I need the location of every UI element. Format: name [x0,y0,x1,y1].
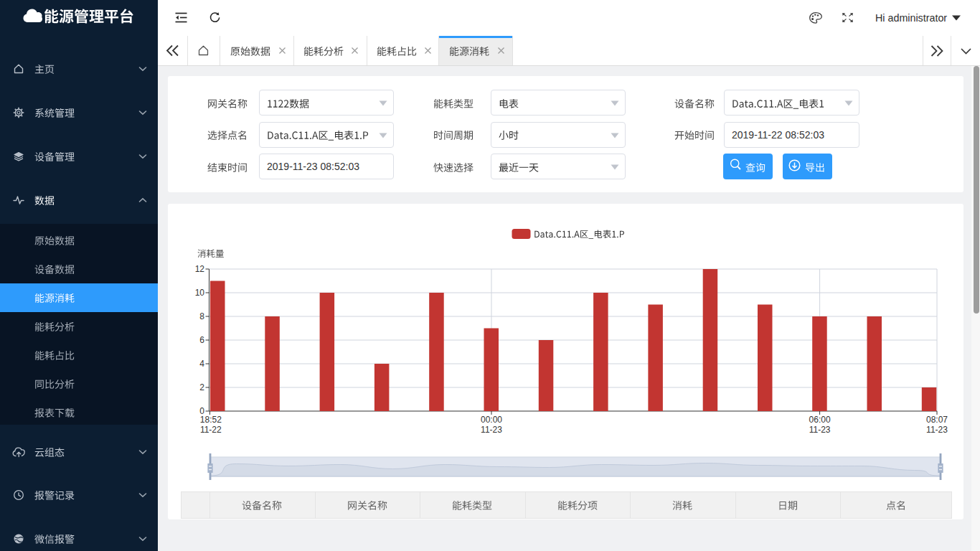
svg-text:11-23: 11-23 [481,425,502,435]
svg-text:11-22: 11-22 [200,425,222,435]
svg-text:4: 4 [199,359,204,369]
svg-text:12: 12 [195,264,205,274]
svg-text:11-23: 11-23 [809,425,831,435]
svg-text:8: 8 [199,311,204,321]
svg-text:06:00: 06:00 [809,415,831,425]
svg-text:6: 6 [199,335,204,345]
svg-text:10: 10 [195,288,205,298]
svg-text:2: 2 [199,382,204,392]
svg-text:11-23: 11-23 [926,425,948,435]
svg-text:18:52: 18:52 [200,415,222,425]
svg-text:00:00: 00:00 [481,415,502,425]
svg-text:08:07: 08:07 [926,415,948,425]
